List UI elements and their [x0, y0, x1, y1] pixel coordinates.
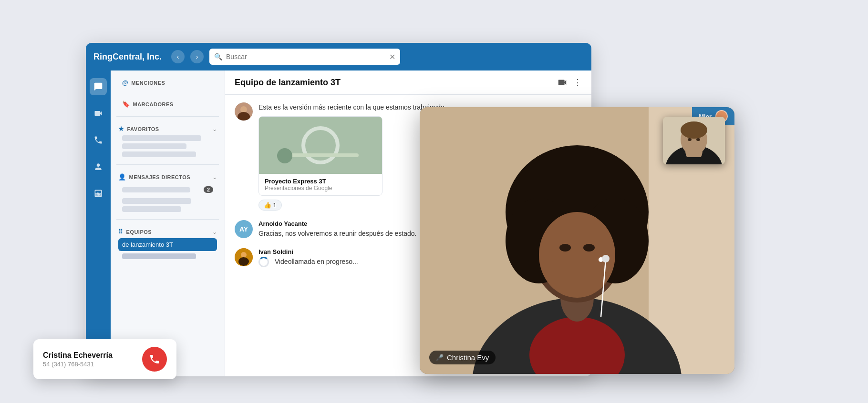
dm-chevron[interactable]: ⌄: [212, 174, 217, 181]
message-2-avatar: AY: [235, 220, 253, 238]
teams-header: ⠿ EQUIPOS ⌄: [118, 228, 217, 235]
bookmark-icon: 🔖: [122, 101, 130, 108]
dm-item-1[interactable]: 2: [118, 183, 217, 196]
star-icon: ★: [118, 125, 124, 132]
sidebar-item-mentions[interactable]: @ MENCIONES: [118, 76, 217, 89]
favorites-skeleton-1: [122, 135, 201, 141]
at-icon: @: [122, 79, 128, 86]
dm-skeleton-3: [122, 206, 181, 212]
dm-badge: 2: [204, 186, 213, 193]
bookmarks-section: 🔖 MARCADORES: [111, 92, 225, 113]
svg-point-20: [602, 255, 610, 262]
svg-point-26: [681, 121, 707, 139]
chat-title: Equipo de lanzamiento 3T: [235, 78, 341, 88]
svg-point-17: [583, 244, 595, 252]
scene-ball: [277, 148, 292, 163]
attachment-title: Proyecto Express 3T: [265, 178, 376, 185]
loading-spinner: [258, 257, 269, 267]
incoming-call-popup: Cristina Echeverría 54 (341) 768-5431: [33, 339, 176, 379]
sidebar-item-bookmarks[interactable]: 🔖 MARCADORES: [118, 98, 217, 111]
svg-rect-29: [672, 157, 715, 164]
video-participant-name: Christina Evy: [447, 353, 489, 362]
search-clear-button[interactable]: ✕: [389, 52, 395, 61]
chat-header: Equipo de lanzamiento 3T ⋮: [225, 71, 591, 95]
chat-header-actions: ⋮: [557, 77, 582, 88]
divider-2: [116, 164, 219, 165]
attachment-info: Proyecto Express 3T Presentaciones de Go…: [259, 174, 382, 195]
header-bar: RingCentral, Inc. ‹ › 🔍 ✕: [86, 43, 591, 71]
app-title: RingCentral, Inc.: [93, 52, 162, 62]
contacts-nav-icon[interactable]: [90, 158, 107, 175]
nav-forward-button[interactable]: ›: [190, 50, 204, 63]
sidebar: @ MENCIONES 🔖 MARCADORES: [111, 71, 225, 376]
reaction-thumbsup[interactable]: 👍 1: [258, 200, 282, 211]
svg-point-16: [559, 244, 571, 252]
scene: [259, 117, 382, 174]
dm-header: 👤 MENSAJES DIRECTOS ⌄: [118, 173, 217, 181]
divider-1: [116, 116, 219, 117]
scene-circle: [301, 126, 340, 164]
dm-skeleton-2: [122, 198, 191, 204]
video-main: Mier: [420, 107, 734, 374]
more-options-button[interactable]: ⋮: [573, 77, 582, 88]
video-call-overlay: Mier: [420, 107, 734, 374]
video-nametag: 🎤 Christina Evy: [429, 351, 496, 364]
icon-nav: [86, 71, 111, 376]
message-1-avatar: [235, 102, 253, 121]
decline-call-button[interactable]: [142, 347, 167, 372]
active-team-label: de lanzamiento 3T: [122, 241, 213, 248]
messages-nav-icon[interactable]: [90, 78, 107, 95]
teams-icon: ⠿: [118, 228, 124, 235]
teams-section: ⠿ EQUIPOS ⌄ de lanzamiento 3T: [111, 222, 225, 263]
attachment-thumbnail: [259, 117, 382, 174]
nav-back-button[interactable]: ‹: [171, 50, 185, 63]
scene-plank: [282, 153, 359, 157]
call-info: Cristina Echeverría 54 (341) 768-5431: [43, 351, 113, 368]
teams-skeleton-1: [122, 253, 196, 259]
svg-point-4: [241, 252, 247, 258]
svg-point-28: [696, 138, 700, 141]
message-3-avatar: [235, 248, 253, 266]
favorites-section: ★ FAVORITOS ⌄: [111, 120, 225, 161]
favorites-skeleton-3: [122, 151, 196, 157]
search-bar: 🔍 ✕: [209, 49, 400, 65]
person-icon: 👤: [118, 173, 126, 181]
direct-messages-section: 👤 MENSAJES DIRECTOS ⌄ 2: [111, 168, 225, 216]
phone-nav-icon[interactable]: [90, 131, 107, 149]
video-pip: [663, 117, 725, 164]
sidebar-item-active-team[interactable]: de lanzamiento 3T: [118, 238, 217, 251]
search-icon: 🔍: [214, 53, 222, 60]
divider-3: [116, 219, 219, 220]
caller-name: Cristina Echeverría: [43, 351, 113, 360]
video-nav-icon[interactable]: [90, 105, 107, 122]
mentions-section: @ MENCIONES: [111, 71, 225, 92]
favorites-header: ★ FAVORITOS ⌄: [118, 125, 217, 132]
search-input[interactable]: [226, 53, 385, 60]
dm-skeleton-1: [122, 187, 190, 192]
favorites-chevron[interactable]: ⌄: [212, 126, 217, 132]
attachment-subtitle: Presentaciones de Google: [265, 185, 376, 191]
teams-chevron[interactable]: ⌄: [212, 229, 217, 235]
svg-point-1: [240, 106, 247, 113]
attachment-card[interactable]: Proyecto Express 3T Presentaciones de Go…: [258, 116, 382, 196]
favorites-skeleton-2: [122, 143, 186, 149]
video-call-button[interactable]: [557, 77, 568, 88]
caller-number: 54 (341) 768-5431: [43, 361, 113, 368]
inbox-nav-icon[interactable]: [90, 185, 107, 202]
mic-icon: 🎤: [436, 354, 444, 361]
svg-point-27: [688, 138, 692, 141]
svg-point-5: [238, 257, 249, 266]
